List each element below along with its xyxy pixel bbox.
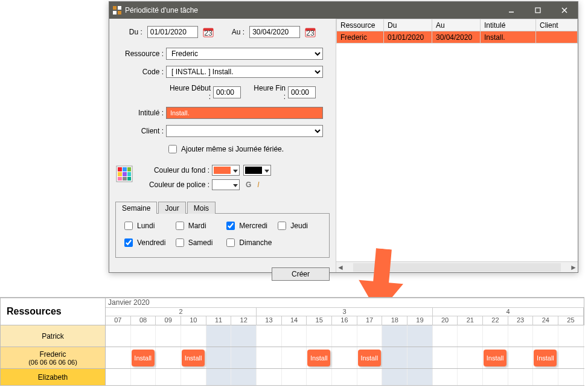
gantt-cell[interactable]: [156, 347, 181, 368]
client-select[interactable]: [166, 125, 323, 137]
gantt-cell[interactable]: [533, 325, 558, 347]
gantt-cell[interactable]: [181, 369, 206, 385]
gantt-cell[interactable]: [558, 369, 584, 385]
col-intitule[interactable]: Intitulé: [481, 19, 536, 31]
heure-debut-input[interactable]: [213, 86, 241, 98]
code-select[interactable]: [ INSTALL. ] Install.: [166, 66, 323, 78]
gantt-cell[interactable]: [433, 369, 458, 385]
gantt-cell[interactable]: [558, 325, 584, 347]
gantt-cell[interactable]: [282, 325, 307, 347]
gantt-cell[interactable]: [508, 325, 534, 347]
calendar-icon[interactable]: 23: [305, 27, 316, 37]
gantt-cell[interactable]: [156, 369, 181, 385]
gantt-cell[interactable]: [433, 347, 458, 368]
gantt-cell[interactable]: [407, 369, 433, 385]
bg-preview-select[interactable]: [243, 165, 271, 176]
gantt-cell[interactable]: [433, 325, 458, 347]
day-samedi[interactable]: Samedi: [173, 237, 221, 249]
gantt-cell[interactable]: Install: [181, 347, 206, 368]
gantt-cell[interactable]: [131, 325, 156, 347]
gantt-cell[interactable]: [357, 369, 383, 385]
task-block[interactable]: Install: [182, 350, 205, 366]
gantt-cell[interactable]: Install: [357, 347, 383, 368]
date-from-input[interactable]: [147, 26, 198, 38]
gantt-cell[interactable]: [282, 369, 307, 385]
gantt-cell[interactable]: [282, 347, 307, 368]
gantt-cell[interactable]: [106, 325, 131, 347]
resource-row-frederic[interactable]: Frederic (06 06 06 06 06): [0, 347, 106, 369]
resource-row-patrick[interactable]: Patrick: [0, 325, 106, 347]
heure-fin-input[interactable]: [288, 86, 316, 98]
gantt-cell[interactable]: [206, 325, 232, 347]
day-mercredi[interactable]: Mercredi: [224, 220, 272, 232]
gantt-cell[interactable]: Install: [483, 347, 508, 368]
gantt-cell[interactable]: [106, 347, 131, 368]
gantt-cell[interactable]: [257, 325, 282, 347]
day-jeudi[interactable]: Jeudi: [275, 220, 323, 232]
resource-row-elizabeth[interactable]: Elizabeth: [0, 369, 106, 386]
day-mardi[interactable]: Mardi: [173, 220, 221, 232]
gantt-cell[interactable]: [181, 325, 206, 347]
gantt-cell[interactable]: [458, 347, 483, 368]
gantt-cell[interactable]: [382, 325, 407, 347]
gantt-cell[interactable]: [508, 369, 534, 385]
col-client[interactable]: Client: [536, 19, 578, 31]
task-block[interactable]: Install: [358, 350, 381, 366]
gantt-cell[interactable]: [231, 347, 257, 368]
gantt-cell[interactable]: [407, 347, 433, 368]
gantt-cell[interactable]: [131, 369, 156, 385]
gantt-cell[interactable]: [483, 369, 508, 385]
gantt-cell[interactable]: Install: [131, 347, 156, 368]
day-dimanche[interactable]: Dimanche: [224, 237, 272, 249]
gantt-cell[interactable]: [332, 369, 357, 385]
gantt-cell[interactable]: [206, 369, 232, 385]
task-block[interactable]: Install: [132, 350, 155, 366]
resource-select[interactable]: Frederic: [166, 48, 323, 60]
table-row[interactable]: Frederic 01/01/2020 30/04/2020 Install.: [337, 31, 578, 43]
col-ressource[interactable]: Ressource: [337, 19, 384, 31]
italic-toggle[interactable]: I: [257, 181, 259, 189]
task-block[interactable]: Install: [534, 350, 557, 366]
gantt-cell[interactable]: [407, 325, 433, 347]
gantt-row-elizabeth[interactable]: [106, 369, 584, 386]
gantt-cell[interactable]: [307, 325, 332, 347]
gantt-row-frederic[interactable]: InstallInstallInstallInstallInstallInsta…: [106, 347, 584, 369]
color-palette-icon[interactable]: [115, 165, 133, 183]
gantt-row-patrick[interactable]: [106, 325, 584, 347]
gantt-cell[interactable]: Install: [533, 347, 558, 368]
gantt-cell[interactable]: [156, 325, 181, 347]
maximize-button[interactable]: [525, 2, 551, 19]
gantt-cell[interactable]: [483, 325, 508, 347]
gantt-cell[interactable]: [257, 347, 282, 368]
gantt-cell[interactable]: [332, 347, 357, 368]
day-vendredi[interactable]: Vendredi: [122, 237, 170, 249]
close-button[interactable]: [551, 2, 578, 19]
intitule-preview[interactable]: Install.: [166, 107, 323, 119]
tab-mois[interactable]: Mois: [187, 202, 216, 214]
minimize-button[interactable]: [498, 2, 525, 19]
task-block[interactable]: Install: [307, 350, 330, 366]
gantt-cell[interactable]: [106, 369, 131, 385]
calendar-icon[interactable]: 23: [203, 27, 214, 37]
gantt-cell[interactable]: [231, 325, 257, 347]
tab-semaine[interactable]: Semaine: [115, 202, 157, 214]
gantt-cell[interactable]: [508, 347, 534, 368]
gantt-cell[interactable]: [332, 325, 357, 347]
bold-toggle[interactable]: G: [246, 181, 251, 189]
bg-color-select[interactable]: [212, 165, 240, 176]
gantt-cell[interactable]: [231, 369, 257, 385]
gantt-cell[interactable]: [382, 369, 407, 385]
holiday-checkbox[interactable]: Ajouter même si Journée fériée.: [166, 143, 284, 155]
gantt-cell[interactable]: [458, 325, 483, 347]
day-lundi[interactable]: Lundi: [122, 220, 170, 232]
gantt-cell[interactable]: [307, 369, 332, 385]
create-button[interactable]: Créer: [272, 267, 330, 281]
gantt-cell[interactable]: [382, 347, 407, 368]
task-block[interactable]: Install: [484, 350, 507, 366]
gantt-cell[interactable]: [206, 347, 232, 368]
gantt-cell[interactable]: [357, 325, 383, 347]
gantt-cell[interactable]: Install: [307, 347, 332, 368]
date-to-input[interactable]: [249, 26, 300, 38]
gantt-cell[interactable]: [458, 369, 483, 385]
col-du[interactable]: Du: [384, 19, 432, 31]
